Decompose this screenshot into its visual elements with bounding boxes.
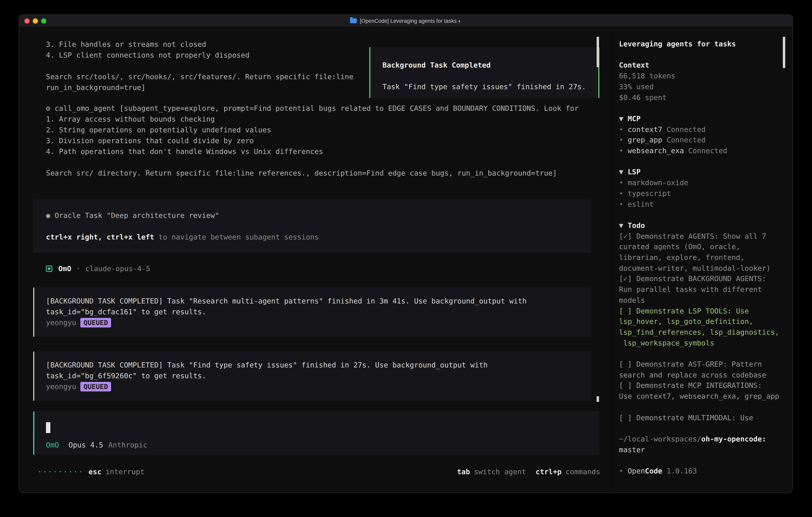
queued-badge: QUEUED <box>80 382 111 391</box>
agent-name: OmO <box>58 263 71 274</box>
lsp-heading: LSP <box>628 168 641 176</box>
toast-title: Background Task Completed <box>382 60 598 71</box>
main-scrollbar-thumb[interactable] <box>597 37 599 67</box>
sidebar-scrollbar-thumb[interactable] <box>783 37 785 68</box>
oracle-icon: ◉ <box>46 211 50 219</box>
ctrlp-label: commands <box>566 466 600 477</box>
mcp-item: • grep_app Connected <box>619 135 784 145</box>
maximize-button[interactable] <box>41 19 46 24</box>
input-model-name: Opus 4.5 <box>68 439 103 450</box>
todo-item: [ ] Demonstrate MCP INTEGRATIONS: Use co… <box>619 380 784 402</box>
sidebar: Leveraging agents for tasks Context 66,5… <box>610 27 792 493</box>
input-agent-name: OmO <box>46 439 59 450</box>
bullet-icon: • <box>619 467 624 475</box>
context-heading: Context <box>619 60 784 71</box>
oracle-hint: ctrl+x right, ctrl+x left to navigate be… <box>46 232 591 242</box>
terminal-main: 3. File handles or streams not closed 4.… <box>19 27 610 493</box>
workspace-path-prefix: ~/local-workspaces/ <box>619 435 701 443</box>
app-version: 1.0.163 <box>667 467 697 475</box>
message-author: yeongyu <box>46 381 76 392</box>
terminal-window: [OpenCode] Leveraging agents for tasks ◐… <box>19 15 792 493</box>
todo-item: [ ] Demonstrate MULTIMODAL: Use <box>619 412 784 423</box>
traffic-lights <box>24 19 46 24</box>
tab-label: switch agent <box>474 466 526 477</box>
mcp-heading: MCP <box>628 114 641 123</box>
brand-code: Code <box>645 467 662 475</box>
collapse-icon: ▼ <box>619 221 624 229</box>
message-block: [BACKGROUND TASK COMPLETED] Task "Resear… <box>33 288 591 337</box>
gear-icon: ⚙ <box>46 104 50 112</box>
message-footer: yeongyu QUEUED <box>46 381 591 392</box>
message-author: yeongyu <box>46 317 76 328</box>
prompt-input[interactable]: OmO Opus 4.5 Anthropic <box>33 411 600 455</box>
mcp-section-header[interactable]: ▼ MCP <box>619 113 784 124</box>
bullet-icon: • <box>619 146 624 155</box>
message-footer: yeongyu QUEUED <box>46 317 591 328</box>
esc-key-hint: esc <box>88 466 102 477</box>
oracle-task-panel: ◉ Oracle Task "Deep architecture review"… <box>33 199 591 253</box>
mcp-item: • websearch_exa Connected <box>619 145 784 156</box>
todo-item: [ ] Demonstrate AST-GREP: Pattern search… <box>619 359 784 380</box>
session-title: Leveraging agents for tasks <box>619 39 784 49</box>
workspace-repo: oh-my-opencode: <box>701 435 766 443</box>
bullet-icon: • <box>619 189 624 197</box>
todo-item: [✓] Demonstrate AGENTS: Show all 7 curat… <box>619 231 784 274</box>
todo-item: [✓] Demonstrate BACKGROUND AGENTS: Run p… <box>619 274 784 306</box>
collapse-icon: ▼ <box>619 114 624 123</box>
version-line: • OpenCode 1.0.163 <box>619 466 784 477</box>
text-cursor <box>46 422 50 433</box>
bullet-icon: • <box>619 200 624 208</box>
minimize-button[interactable] <box>33 19 38 24</box>
desktop: [OpenCode] Leveraging agents for tasks ◐… <box>0 0 812 517</box>
esc-label: interrupt <box>106 466 144 477</box>
lsp-item: • typescript <box>619 188 784 199</box>
bullet-icon: • <box>619 136 624 144</box>
context-spent: $0.46 spent <box>619 92 784 103</box>
workspace-path: ~/local-workspaces/oh-my-opencode: <box>619 434 784 444</box>
scrollback-text: 3. File handles or streams not closed 4.… <box>46 39 353 93</box>
spinner: ········· <box>37 466 84 477</box>
titlebar: [OpenCode] Leveraging agents for tasks ◐ <box>19 15 792 27</box>
message-body: [BACKGROUND TASK COMPLETED] Task "Find t… <box>46 359 591 381</box>
bullet-icon: • <box>619 125 624 133</box>
brand-open: Open <box>628 467 645 475</box>
todo-item-active: [ ] Demonstrate LSP TOOLS: Use lsp_hover… <box>619 306 784 349</box>
agent-separator: · <box>76 263 81 274</box>
background-task-toast: Background Task Completed Task "Find typ… <box>369 47 600 98</box>
agent-header: OmO · claude-opus-4-5 <box>46 263 150 274</box>
tool-call-detail: 1. Array access without bounds checking … <box>46 113 557 178</box>
status-bar: ········· esc interrupt tab switch agent… <box>37 466 600 477</box>
queued-badge: QUEUED <box>80 318 111 327</box>
lsp-section-header[interactable]: ▼ LSP <box>619 167 784 178</box>
lsp-item: • eslint <box>619 199 784 210</box>
tab-key-hint: tab <box>457 466 470 477</box>
hint-keys: ctrl+x right, ctrl+x left <box>46 233 154 241</box>
todo-section-header[interactable]: ▼ Todo <box>619 220 784 231</box>
window-title: [OpenCode] Leveraging agents for tasks ◐ <box>350 15 462 27</box>
tool-call-text: call_omo_agent [subagent_type=explore, p… <box>55 104 579 112</box>
context-tokens: 66,518 tokens <box>619 71 784 81</box>
workspace-branch: master <box>619 444 784 455</box>
mcp-item: • context7 Connected <box>619 124 784 135</box>
agent-checkbox-icon <box>46 265 52 272</box>
message-block: [BACKGROUND TASK COMPLETED] Task "Find t… <box>33 351 591 401</box>
context-used: 33% used <box>619 82 784 92</box>
input-provider: Anthropic <box>108 439 147 450</box>
window-title-text: [OpenCode] Leveraging agents for tasks ◐ <box>360 15 462 27</box>
ctrlp-key-hint: ctrl+p <box>536 466 562 477</box>
toast-body: Task "Find type safety issues" finished … <box>382 81 598 92</box>
message-body: [BACKGROUND TASK COMPLETED] Task "Resear… <box>46 296 591 317</box>
bullet-icon: • <box>619 178 624 187</box>
main-scrollbar-mark[interactable] <box>597 396 599 402</box>
collapse-icon: ▼ <box>619 168 624 176</box>
oracle-task-title: ◉ Oracle Task "Deep architecture review" <box>46 210 591 221</box>
lsp-item: • markdown-oxide <box>619 178 784 188</box>
oracle-title-text: Oracle Task "Deep architecture review" <box>55 211 219 219</box>
folder-icon <box>350 19 357 23</box>
hint-text: to navigate between subagent sessions <box>154 233 319 241</box>
todo-heading: Todo <box>628 221 645 229</box>
model-info: OmO Opus 4.5 Anthropic <box>46 439 147 450</box>
agent-model: claude-opus-4-5 <box>85 263 150 274</box>
close-button[interactable] <box>24 19 30 24</box>
tool-call-line: ⚙ call_omo_agent [subagent_type=explore,… <box>46 103 579 113</box>
